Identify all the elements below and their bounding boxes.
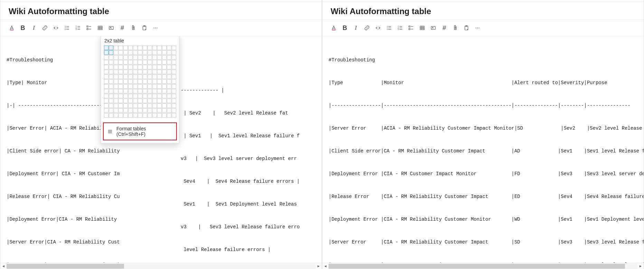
grid-cell[interactable] [157, 84, 162, 89]
grid-cell[interactable] [143, 46, 147, 50]
grid-cell[interactable] [119, 74, 123, 79]
grid-cell[interactable] [128, 60, 133, 64]
grid-cell[interactable] [104, 99, 108, 103]
grid-cell[interactable] [109, 60, 113, 64]
paste-icon[interactable] [139, 23, 150, 33]
grid-cell[interactable] [143, 113, 147, 118]
grid-cell[interactable] [114, 79, 118, 84]
grid-cell[interactable] [119, 84, 123, 89]
text-color-icon[interactable] [329, 23, 339, 33]
grid-cell[interactable] [157, 108, 162, 113]
grid-cell[interactable] [148, 94, 152, 98]
grid-cell[interactable] [143, 65, 147, 69]
grid-cell[interactable] [167, 46, 171, 50]
grid-cell[interactable] [128, 46, 133, 50]
grid-cell[interactable] [128, 84, 133, 89]
grid-cell[interactable] [152, 50, 157, 55]
grid-cell[interactable] [152, 79, 157, 84]
grid-cell[interactable] [152, 113, 157, 118]
grid-cell[interactable] [128, 65, 133, 69]
grid-cell[interactable] [148, 55, 152, 60]
grid-cell[interactable] [157, 55, 162, 60]
more-icon[interactable] [150, 23, 161, 33]
grid-cell[interactable] [172, 94, 176, 98]
link-icon[interactable] [40, 23, 50, 33]
grid-cell[interactable] [123, 70, 128, 74]
grid-cell[interactable] [128, 50, 133, 55]
horizontal-scrollbar[interactable]: ◄ ► [0, 263, 322, 269]
numbered-list-icon[interactable]: 123 [73, 23, 83, 33]
grid-cell[interactable] [114, 89, 118, 93]
grid-cell[interactable] [123, 65, 128, 69]
grid-cell[interactable] [162, 108, 167, 113]
grid-cell[interactable] [162, 65, 167, 69]
grid-cell[interactable] [104, 79, 108, 84]
grid-cell[interactable] [114, 46, 118, 50]
grid-cell[interactable] [114, 60, 118, 64]
grid-cell[interactable] [138, 79, 142, 84]
grid-cell[interactable] [119, 60, 123, 64]
table-icon[interactable] [95, 23, 105, 33]
grid-cell[interactable] [167, 108, 171, 113]
grid-cell[interactable] [162, 89, 167, 93]
grid-cell[interactable] [143, 50, 147, 55]
grid-cell[interactable] [128, 89, 133, 93]
grid-cell[interactable] [152, 65, 157, 69]
grid-cell[interactable] [157, 113, 162, 118]
hash-icon[interactable]: # [117, 23, 127, 33]
grid-cell[interactable] [148, 113, 152, 118]
grid-cell[interactable] [119, 94, 123, 98]
grid-cell[interactable] [167, 113, 171, 118]
grid-cell[interactable] [172, 74, 176, 79]
grid-cell[interactable] [114, 84, 118, 89]
grid-cell[interactable] [114, 74, 118, 79]
grid-cell[interactable] [148, 60, 152, 64]
grid-cell[interactable] [152, 70, 157, 74]
grid-cell[interactable] [143, 108, 147, 113]
grid-cell[interactable] [157, 74, 162, 79]
grid-cell[interactable] [152, 60, 157, 64]
grid-cell[interactable] [123, 103, 128, 108]
bullet-list-icon[interactable] [384, 23, 394, 33]
grid-cell[interactable] [167, 74, 171, 79]
grid-cell[interactable] [104, 74, 108, 79]
grid-cell[interactable] [128, 99, 133, 103]
grid-cell[interactable] [109, 50, 113, 55]
grid-cell[interactable] [128, 79, 133, 84]
grid-cell[interactable] [128, 74, 133, 79]
grid-cell[interactable] [143, 84, 147, 89]
grid-cell[interactable] [109, 99, 113, 103]
scroll-left-arrow[interactable]: ◄ [322, 263, 329, 269]
grid-cell[interactable] [119, 46, 123, 50]
grid-cell[interactable] [104, 65, 108, 69]
horizontal-scrollbar[interactable]: ◄ ► [322, 263, 644, 269]
editor-content[interactable]: #Troubleshooting |Type| Monitor |-| ----… [0, 36, 322, 263]
grid-cell[interactable] [109, 108, 113, 113]
italic-icon[interactable]: I [29, 23, 39, 33]
grid-cell[interactable] [172, 79, 176, 84]
grid-cell[interactable] [172, 70, 176, 74]
grid-cell[interactable] [143, 60, 147, 64]
grid-cell[interactable] [114, 94, 118, 98]
grid-cell[interactable] [109, 55, 113, 60]
grid-cell[interactable] [162, 79, 167, 84]
grid-cell[interactable] [157, 89, 162, 93]
grid-cell[interactable] [162, 55, 167, 60]
grid-cell[interactable] [114, 113, 118, 118]
grid-cell[interactable] [172, 99, 176, 103]
grid-cell[interactable] [148, 84, 152, 89]
grid-cell[interactable] [133, 46, 138, 50]
grid-cell[interactable] [172, 103, 176, 108]
task-list-icon[interactable] [84, 23, 94, 33]
grid-cell[interactable] [162, 50, 167, 55]
grid-cell[interactable] [157, 50, 162, 55]
grid-cell[interactable] [138, 74, 142, 79]
grid-cell[interactable] [157, 79, 162, 84]
grid-cell[interactable] [123, 55, 128, 60]
grid-cell[interactable] [133, 74, 138, 79]
hash-icon[interactable]: # [439, 23, 449, 33]
italic-icon[interactable]: I [351, 23, 361, 33]
grid-cell[interactable] [167, 55, 171, 60]
grid-cell[interactable] [143, 79, 147, 84]
attach-icon[interactable] [128, 23, 139, 33]
